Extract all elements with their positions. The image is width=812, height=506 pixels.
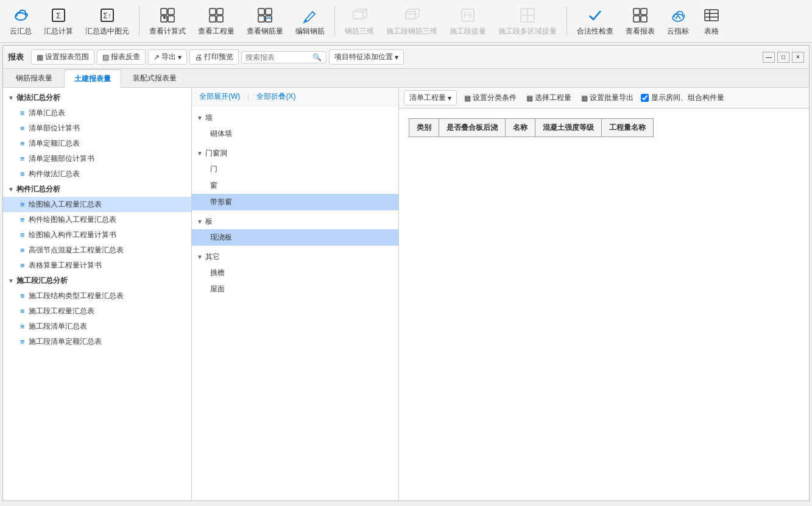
section-method-arrow: ▼ <box>8 94 14 101</box>
select-quantity-button[interactable]: ▦ 选择工程量 <box>524 91 574 104</box>
tree-item-table-calc[interactable]: ≡ 表格算量工程量计算书 <box>3 258 191 273</box>
tree-item-list-summary[interactable]: ≡ 清单汇总表 <box>3 105 191 121</box>
doc-icon-10: ≡ <box>20 261 25 270</box>
set-range-button[interactable]: ▦ 设置报表范围 <box>31 49 94 65</box>
section-method-summary[interactable]: ▼ 做法汇总分析 <box>3 90 191 105</box>
mid-tree: ▼ 墙 砌体墙 ▼ 门窗洞 门 <box>192 106 398 501</box>
doc-icon-12: ≡ <box>20 307 25 316</box>
view-report-icon <box>630 6 650 25</box>
toolbar-construction-prompt[interactable]: Fx 施工段提量 <box>445 4 491 39</box>
node-door-window-header[interactable]: ▼ 门窗洞 <box>192 146 398 161</box>
project-feature-button[interactable]: 项目特征添加位置 ▾ <box>329 49 404 65</box>
toolbar-view-rebar[interactable]: 查看钢筋量 <box>242 4 288 39</box>
tree-item-construction-quota[interactable]: ≡ 施工段清单定额汇总表 <box>3 334 191 349</box>
node-wall: ▼ 墙 砌体墙 <box>192 109 398 144</box>
doc-icon-3: ≡ <box>20 139 25 148</box>
svg-rect-5 <box>161 9 167 15</box>
toolbar-edit-rebar[interactable]: 编辑钢筋 <box>291 4 330 39</box>
node-slab-header[interactable]: ▼ 板 <box>192 214 398 229</box>
tree-item-construction-list[interactable]: ≡ 施工段清单汇总表 <box>3 319 191 334</box>
node-other: ▼ 其它 挑檐 屋面 <box>192 248 398 299</box>
doc-icon-4: ≡ <box>20 154 25 163</box>
print-preview-button[interactable]: 🖨 打印预览 <box>189 49 239 65</box>
node-other-header[interactable]: ▼ 其它 <box>192 249 398 265</box>
toolbar-legality-check-label: 合法性检查 <box>577 26 613 37</box>
toolbar-view-quantity[interactable]: 查看工程量 <box>193 4 239 39</box>
tab-bar: 钢筋报表量 土建报表量 装配式报表量 <box>3 69 809 88</box>
tree-item-construction-type[interactable]: ≡ 施工段结构类型工程量汇总表 <box>3 288 191 304</box>
tree-item-drawing-calc[interactable]: ≡ 绘图输入构件工程量计算书 <box>3 227 191 243</box>
construction-prompt-icon: Fx <box>458 6 478 25</box>
cloud-summary-icon <box>11 6 30 25</box>
show-room-checkbox-label[interactable]: 显示房间、组合构件量 <box>641 93 724 103</box>
section-component-summary[interactable]: ▼ 构件汇总分析 <box>3 182 191 197</box>
leaf-strip-window[interactable]: 带形窗 <box>192 194 398 210</box>
maximize-button[interactable]: □ <box>777 52 789 63</box>
svg-text:Σ: Σ <box>56 12 60 20</box>
section-method-title: 做法汇总分析 <box>16 93 60 103</box>
batch-export-button[interactable]: ▦ 设置批量导出 <box>579 91 636 104</box>
toolbar-edit-rebar-label: 编辑钢筋 <box>295 26 325 37</box>
tree-item-drawing-summary[interactable]: ≡ 绘图输入工程量汇总表 <box>3 197 191 212</box>
leaf-canopy[interactable]: 挑檐 <box>192 265 398 281</box>
print-preview-label: 打印预览 <box>204 52 233 62</box>
toolbar-view-formula[interactable]: 查看计算式 <box>144 4 191 39</box>
quantity-type-dropdown[interactable]: 清单工程量 ▾ <box>404 90 457 105</box>
batch-export-label: 设置批量导出 <box>590 93 634 103</box>
svg-rect-8 <box>168 16 174 22</box>
toolbar-cloud-index-label: 云指标 <box>667 26 689 37</box>
set-category-button[interactable]: ▦ 设置分类条件 <box>462 91 519 104</box>
svg-rect-6 <box>168 9 174 15</box>
svg-rect-27 <box>641 9 647 15</box>
report-panel-title: 报表 <box>8 52 24 63</box>
svg-rect-19 <box>406 12 415 19</box>
right-toolbar: 清单工程量 ▾ ▦ 设置分类条件 ▦ 选择工程量 ▦ 设置批量导出 显示房 <box>399 88 809 109</box>
tab-civil[interactable]: 土建报表量 <box>64 69 121 88</box>
tree-item-high-strength[interactable]: ≡ 高强节点混凝土工程量汇总表 <box>3 243 191 258</box>
toolbar-cloud-summary[interactable]: 云汇总 <box>5 4 37 39</box>
toolbar-view-report[interactable]: 查看报表 <box>621 4 660 39</box>
leaf-masonry-wall[interactable]: 砌体墙 <box>192 126 398 142</box>
tree-item-quota-summary[interactable]: ≡ 清单定额汇总表 <box>3 136 191 151</box>
toolbar-summary-calc[interactable]: Σ 汇总计算 <box>39 4 78 39</box>
collapse-all-button[interactable]: 全部折叠(X) <box>254 90 298 103</box>
leaf-door[interactable]: 门 <box>192 161 398 177</box>
toolbar-summary-select[interactable]: Σ↑ 汇总选中图元 <box>80 4 134 39</box>
export-button[interactable]: ↗ 导出 ▾ <box>148 49 187 65</box>
tree-item-quota-location[interactable]: ≡ 清单定额部位计算书 <box>3 151 191 166</box>
toolbar-table-extract[interactable]: 表格 <box>696 4 727 39</box>
project-feature-label: 项目特征添加位置 <box>334 52 393 62</box>
expand-all-button[interactable]: 全部展开(W) <box>197 90 242 103</box>
search-input[interactable] <box>245 53 312 62</box>
toolbar-cloud-index[interactable]: 云指标 <box>662 4 694 39</box>
show-room-checkbox[interactable] <box>641 94 649 102</box>
toolbar-rebar-3d[interactable]: 钢筋三维 <box>340 4 379 39</box>
set-range-label: 设置报表范围 <box>45 52 89 62</box>
node-wall-header[interactable]: ▼ 墙 <box>192 110 398 126</box>
tab-assembled[interactable]: 装配式报表量 <box>122 69 187 87</box>
doc-icon-6: ≡ <box>20 200 25 209</box>
leaf-cast-in-place-slab[interactable]: 现浇板 <box>192 229 398 246</box>
tree-item-component-drawing[interactable]: ≡ 构件绘图输入工程量汇总表 <box>3 212 191 227</box>
main-toolbar: 云汇总 Σ 汇总计算 Σ↑ 汇总选中图元 <box>0 0 812 43</box>
tree-item-list-location[interactable]: ≡ 清单部位计算书 <box>3 121 191 136</box>
toolbar-construction-rebar-3d[interactable]: 施工段钢筋三维 <box>381 4 442 39</box>
section-construction-summary[interactable]: ▼ 施工段汇总分析 <box>3 273 191 288</box>
toolbar-legality-check[interactable]: 合法性检查 <box>572 4 618 39</box>
svg-rect-26 <box>634 9 640 15</box>
tree-item-construction-quantity[interactable]: ≡ 施工段工程量汇总表 <box>3 304 191 319</box>
leaf-window[interactable]: 窗 <box>192 177 398 194</box>
toolbar-construction-multi[interactable]: 施工段多区域提量 <box>493 4 562 39</box>
leaf-roof[interactable]: 屋面 <box>192 281 398 298</box>
tab-rebar[interactable]: 钢筋报表量 <box>5 69 63 87</box>
close-button[interactable]: × <box>792 52 804 63</box>
reverse-check-button[interactable]: ▧ 报表反查 <box>97 49 146 65</box>
tree-item-high-strength-label: 高强节点混凝土工程量汇总表 <box>29 245 124 255</box>
svg-rect-12 <box>210 16 216 22</box>
batch-export-icon: ▦ <box>581 94 588 102</box>
tree-item-construction-quota-label: 施工段清单定额汇总表 <box>29 337 102 347</box>
minimize-button[interactable]: — <box>763 52 775 63</box>
tree-item-component-method[interactable]: ≡ 构件做法汇总表 <box>3 166 191 182</box>
tab-rebar-label: 钢筋报表量 <box>16 74 52 82</box>
search-box[interactable]: 🔍 <box>241 51 327 63</box>
